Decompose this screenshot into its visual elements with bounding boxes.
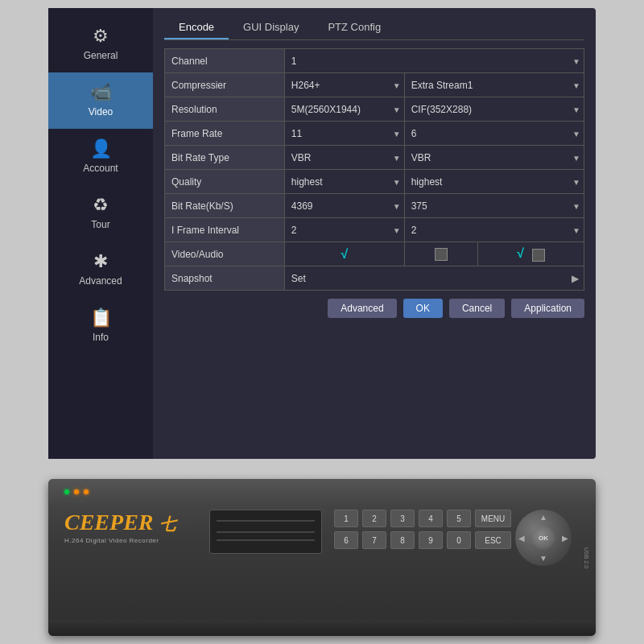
sidebar-label-account: Account — [83, 163, 118, 174]
dvr-bottom-strip — [48, 620, 596, 636]
key-esc[interactable]: ESC — [475, 531, 511, 549]
row-label-channel: Channel — [165, 49, 285, 73]
row-label-framerate: Frame Rate — [165, 122, 285, 146]
row-value-framerate-extra[interactable]: 6 ▼ — [404, 122, 584, 146]
row-value-framerate-main[interactable]: 11 ▼ — [284, 122, 404, 146]
nav-down-icon: ▼ — [539, 554, 547, 563]
table-row: Bit Rate(Kb/S) 4369 ▼ 375 ▼ — [165, 194, 584, 218]
cancel-button[interactable]: Cancel — [449, 299, 505, 318]
table-row-snapshot: Snapshot Set ▶ — [165, 266, 584, 291]
usb-port-label: USB 2.0 — [584, 547, 589, 568]
sidebar-item-video[interactable]: 📹 Video — [48, 72, 153, 129]
sidebar-item-advanced[interactable]: ✱ Advanced — [48, 242, 153, 298]
checkbox-audio2-icon — [532, 249, 545, 262]
led-orange-2 — [84, 489, 89, 494]
row-label-resolution: Resolution — [165, 97, 285, 122]
key-3[interactable]: 3 — [390, 510, 415, 527]
row-check-audio1[interactable] — [404, 242, 478, 266]
dropdown-arrow: ▼ — [393, 80, 401, 89]
checkbox-audio-icon — [435, 248, 448, 261]
table-row: Quality highest ▼ highest ▼ — [165, 170, 584, 194]
sidebar-item-info[interactable]: 📋 Info — [48, 298, 153, 354]
tab-bar: Encode GUI Display PTZ Config — [164, 16, 584, 40]
ok-button[interactable]: OK — [403, 299, 443, 318]
row-value-quality-extra[interactable]: highest ▼ — [404, 170, 584, 194]
row-value-resolution-extra[interactable]: CIF(352X288) ▼ — [404, 97, 584, 122]
nav-right-icon: ▶ — [562, 534, 568, 543]
gear-icon: ⚙ — [93, 27, 109, 45]
tab-ptz-config[interactable]: PTZ Config — [313, 16, 395, 39]
sidebar-item-tour[interactable]: ♻ Tour — [48, 185, 153, 242]
row-value-bitratetype-main[interactable]: VBR ▼ — [284, 146, 404, 170]
disc-tray[interactable] — [209, 510, 322, 554]
tab-gui-display[interactable]: GUI Display — [229, 16, 313, 39]
row-value-bitrate-main[interactable]: 4369 ▼ — [284, 194, 404, 218]
row-value-channel[interactable]: 1 ▼ — [284, 49, 584, 73]
nav-circle[interactable]: ▲ ▼ ◀ ▶ OK — [515, 510, 572, 566]
table-row-videoaudio: Video/Audio √ √ — [165, 242, 584, 266]
key-menu[interactable]: MENU — [475, 510, 511, 527]
sidebar-label-video: Video — [89, 106, 113, 118]
led-green — [64, 489, 69, 494]
row-value-resolution-main[interactable]: 5M(2560X1944) ▼ — [284, 97, 404, 122]
dropdown-arrow: ▼ — [572, 177, 580, 186]
advanced-icon: ✱ — [93, 253, 108, 270]
dvr-hardware: CEEPER 七 H.264 Digital Video Recorder 1 … — [48, 479, 596, 636]
key-7[interactable]: 7 — [362, 531, 386, 549]
key-2[interactable]: 2 — [362, 510, 386, 527]
footer-buttons: Advanced OK Cancel Application — [164, 299, 584, 321]
nav-ok-button[interactable]: OK — [532, 526, 555, 549]
settings-table: Channel 1 ▼ Compressier H264+ ▼ Extra St… — [164, 48, 584, 291]
advanced-button[interactable]: Advanced — [328, 299, 396, 318]
table-row: Resolution 5M(2560X1944) ▼ CIF(352X288) … — [165, 97, 584, 122]
keypad-row-2: 6 7 8 9 0 ESC — [334, 531, 511, 549]
table-row: Frame Rate 11 ▼ 6 ▼ — [165, 122, 584, 146]
dropdown-arrow: ▼ — [572, 153, 580, 162]
row-check-video1[interactable]: √ — [284, 242, 404, 266]
row-check-video2[interactable]: √ — [478, 242, 584, 266]
keypad-row-1: 1 2 3 4 5 MENU — [334, 510, 511, 527]
row-value-snapshot[interactable]: Set ▶ — [284, 266, 584, 291]
dropdown-arrow: ▼ — [572, 201, 580, 210]
keypad: 1 2 3 4 5 MENU 6 7 8 9 0 ESC — [334, 510, 511, 553]
sidebar: ⚙ General 📹 Video 👤 Account ♻ Tour ✱ Adv… — [48, 8, 153, 459]
nav-disc[interactable]: ▲ ▼ ◀ ▶ OK — [515, 510, 572, 566]
main-content: Encode GUI Display PTZ Config Channel 1 … — [153, 8, 596, 459]
row-value-compressier-main[interactable]: H264+ ▼ — [284, 73, 404, 97]
row-label-videoaudio: Video/Audio — [165, 242, 285, 266]
dropdown-arrow: ▼ — [393, 201, 401, 210]
sidebar-label-advanced: Advanced — [79, 275, 122, 287]
row-value-bitrate-extra[interactable]: 375 ▼ — [404, 194, 584, 218]
arrow-right-snapshot: ▶ — [572, 273, 579, 284]
row-value-iframe-extra[interactable]: 2 ▼ — [404, 218, 584, 242]
row-value-bitratetype-extra[interactable]: VBR ▼ — [404, 146, 584, 170]
row-label-compressier: Compressier — [165, 73, 285, 97]
brand-logo: CEEPER 七 — [64, 510, 175, 535]
row-label-bitratetype: Bit Rate Type — [165, 146, 285, 170]
key-4[interactable]: 4 — [419, 510, 443, 527]
sidebar-label-tour: Tour — [91, 219, 109, 230]
application-button[interactable]: Application — [511, 299, 584, 318]
dropdown-arrow: ▼ — [393, 225, 401, 234]
key-9[interactable]: 9 — [419, 531, 443, 549]
check-video-icon: √ — [341, 247, 348, 261]
sidebar-item-account[interactable]: 👤 Account — [48, 129, 153, 185]
tour-icon: ♻ — [93, 196, 109, 214]
row-value-extra-stream[interactable]: Extra Stream1 ▼ — [404, 73, 584, 97]
table-row: Channel 1 ▼ — [165, 49, 584, 73]
key-6[interactable]: 6 — [334, 531, 358, 549]
row-label-bitrate: Bit Rate(Kb/S) — [165, 194, 285, 218]
sidebar-label-info: Info — [93, 332, 109, 343]
tab-encode[interactable]: Encode — [164, 16, 229, 39]
key-5[interactable]: 5 — [447, 510, 471, 527]
dropdown-arrow: ▼ — [393, 129, 401, 138]
key-1[interactable]: 1 — [334, 510, 358, 527]
sidebar-item-general[interactable]: ⚙ General — [48, 16, 153, 72]
key-0[interactable]: 0 — [447, 531, 471, 549]
row-value-iframe-main[interactable]: 2 ▼ — [284, 218, 404, 242]
check-video2-icon: √ — [517, 246, 524, 260]
key-8[interactable]: 8 — [390, 531, 415, 549]
sidebar-label-general: General — [84, 50, 118, 61]
row-value-quality-main[interactable]: highest ▼ — [284, 170, 404, 194]
brand-subtitle: H.264 Digital Video Recorder — [64, 537, 175, 544]
